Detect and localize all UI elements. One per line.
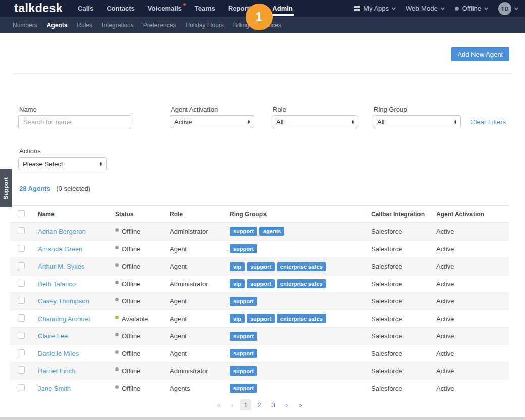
subnav-item-holiday-hours[interactable]: Holiday Hours <box>185 22 223 29</box>
ring-group-badge[interactable]: agents <box>259 227 284 236</box>
row-checkbox-cell <box>18 262 38 271</box>
ring-groups-cell: vipsupportenterprise sales <box>230 262 371 271</box>
agent-activation-cell: Active <box>436 262 509 270</box>
agent-name-link[interactable]: Casey Thompson <box>38 297 89 305</box>
ring-group-badge[interactable]: enterprise sales <box>277 262 326 271</box>
ring-group-badge[interactable]: support <box>230 244 257 253</box>
ring-group-badge[interactable]: support <box>230 384 257 393</box>
row-checkbox[interactable] <box>18 314 25 322</box>
row-checkbox-cell <box>18 314 38 323</box>
agent-name-link[interactable]: Adrian Bergeron <box>38 228 86 235</box>
add-new-agent-button[interactable]: Add New Agent <box>451 47 509 61</box>
ring-group-badge[interactable]: support <box>230 349 257 358</box>
header-ring-groups: Ring Groups <box>230 211 371 218</box>
row-checkbox[interactable] <box>18 366 25 374</box>
ring-group-badge[interactable]: support <box>230 332 257 341</box>
status-dot-icon <box>115 281 119 284</box>
select-all-checkbox[interactable] <box>18 210 25 217</box>
ring-group-badge[interactable]: support <box>247 279 275 288</box>
talkdesk-logo[interactable]: talkdesk <box>14 2 63 15</box>
agent-name-link[interactable]: Jane Smith <box>38 385 71 392</box>
topnav-item-label: Contacts <box>107 5 135 12</box>
row-checkbox-cell <box>18 332 38 340</box>
row-checkbox-cell <box>18 349 38 358</box>
subnav-item-roles[interactable]: Roles <box>77 22 92 29</box>
clear-filters-link[interactable]: Clear Filters <box>470 118 506 126</box>
topnav-item-voicemails[interactable]: Voicemails <box>148 5 182 12</box>
agent-name-link[interactable]: Harriet Finch <box>38 367 75 375</box>
subnav-item-numbers[interactable]: Numbers <box>13 22 37 29</box>
support-tab[interactable]: Support <box>0 169 12 207</box>
ring-group-badge[interactable]: support <box>247 314 275 323</box>
role-cell: Agent <box>170 245 230 253</box>
actions-select[interactable]: Please Select ▴▾ <box>18 157 107 170</box>
agent-name-link[interactable]: Arthur M. Sykes <box>38 262 84 270</box>
page-3-button[interactable]: 3 <box>268 399 279 410</box>
ring-group-badge[interactable]: enterprise sales <box>277 279 326 288</box>
agent-activation-cell: Active <box>436 297 509 305</box>
ring-group-badge[interactable]: support <box>230 366 257 376</box>
agent-activation-select[interactable]: Active ▴▾ <box>170 115 254 128</box>
subnav-item-agents[interactable]: Agents <box>47 22 68 29</box>
topnav-item-label: Teams <box>195 5 215 12</box>
row-checkbox[interactable] <box>18 384 25 391</box>
row-checkbox[interactable] <box>18 245 25 252</box>
last-page-button[interactable]: » <box>295 399 306 410</box>
web-mode-menu[interactable]: Web Mode <box>406 5 444 12</box>
row-checkbox-cell <box>18 245 38 253</box>
row-checkbox-cell <box>18 384 38 393</box>
agent-name-link[interactable]: Channing Arcouet <box>38 315 90 323</box>
name-search-input[interactable] <box>18 115 131 128</box>
agent-activation-cell: Active <box>436 280 509 288</box>
header-callbar-integration: Callbar Integration <box>371 211 436 218</box>
row-checkbox[interactable] <box>18 332 25 339</box>
row-checkbox[interactable] <box>18 227 25 234</box>
status-label: Available <box>122 315 148 323</box>
table-row: Casey ThompsonOfflineAgentsupportSalesfo… <box>10 292 509 310</box>
row-checkbox[interactable] <box>18 349 25 356</box>
agent-name-link[interactable]: Danielle Miles <box>38 350 79 357</box>
agent-name-link[interactable]: Beth Talarico <box>38 280 76 288</box>
presence-status-menu[interactable]: Offline <box>455 5 488 12</box>
topnav-item-contacts[interactable]: Contacts <box>107 5 135 12</box>
status-dot-icon <box>115 333 119 336</box>
name-cell: Amanda Green <box>38 245 115 253</box>
row-checkbox[interactable] <box>18 280 25 287</box>
ring-group-value: All <box>377 118 384 126</box>
agent-name-link[interactable]: Claire Lee <box>38 332 68 340</box>
role-select[interactable]: All ▴▾ <box>272 115 358 128</box>
row-checkbox[interactable] <box>18 297 25 304</box>
agent-activation-value: Active <box>174 118 192 126</box>
row-checkbox-cell <box>18 366 38 375</box>
topnav-item-admin[interactable]: Admin <box>272 5 292 12</box>
row-checkbox[interactable] <box>18 262 25 269</box>
header-role: Role <box>170 211 230 218</box>
ring-groups-cell: support <box>230 366 371 376</box>
status-dot-icon <box>115 316 119 319</box>
table-header-row: Name Status Role Ring Groups Callbar Int… <box>10 205 509 223</box>
ring-group-badge[interactable]: enterprise sales <box>277 314 326 323</box>
ring-group-select[interactable]: All ▴▾ <box>373 115 461 128</box>
page-2-button[interactable]: 2 <box>254 399 265 410</box>
user-menu[interactable]: TD <box>498 2 518 15</box>
topnav-item-teams[interactable]: Teams <box>195 5 215 12</box>
agent-activation-filter-label: Agent Activation <box>171 106 218 113</box>
agent-name-link[interactable]: Amanda Green <box>38 245 82 253</box>
subnav-item-preferences[interactable]: Preferences <box>143 22 176 29</box>
name-cell: Danielle Miles <box>38 350 115 357</box>
ring-group-badge[interactable]: support <box>247 262 275 271</box>
header-status: Status <box>115 211 170 218</box>
ring-group-badge[interactable]: vip <box>230 262 245 271</box>
subnav-item-integrations[interactable]: Integrations <box>102 22 134 29</box>
ring-group-badge[interactable]: vip <box>230 314 245 323</box>
ring-group-badge[interactable]: support <box>230 227 257 236</box>
ring-group-badge[interactable]: vip <box>230 279 245 288</box>
topnav-item-calls[interactable]: Calls <box>78 5 93 12</box>
page-1-button[interactable]: 1 <box>240 399 251 410</box>
my-apps-menu[interactable]: My Apps <box>354 5 395 12</box>
next-page-button[interactable]: › <box>281 399 292 410</box>
topnav-item-label: Voicemails <box>148 5 182 12</box>
ring-group-badge[interactable]: support <box>230 297 257 306</box>
name-cell: Arthur M. Sykes <box>38 262 115 270</box>
avatar[interactable]: TD <box>498 2 511 15</box>
